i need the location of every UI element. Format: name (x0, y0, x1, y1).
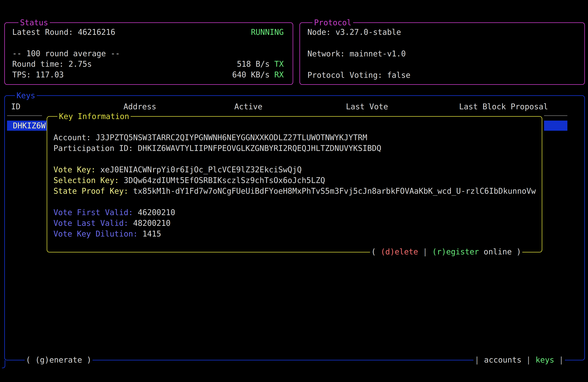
header-separator-left (7, 115, 42, 116)
column-header-active: Active (234, 101, 262, 112)
column-header-address: Address (124, 101, 156, 112)
tab-keys[interactable]: keys (536, 355, 554, 364)
vote-key-line: Vote Key: xeJ0ENIACWNrpYi0r6IjOc_PlcVCE9… (53, 164, 302, 175)
round-time-text: Round time: 2.75s (12, 59, 92, 69)
keys-panel-title: Keys (15, 90, 37, 101)
selection-key-label: Selection Key: (53, 176, 124, 185)
register-online-button[interactable]: (r)egister (432, 247, 479, 256)
actions-online-text: online ) (479, 247, 521, 256)
tps-text: TPS: 117.03 (12, 69, 64, 80)
tx-label: TX (274, 60, 284, 68)
account-line: Account: J3JPZTQ5NSW3TARRC2QIYPGNWNH6NEY… (53, 132, 367, 143)
vote-key-value: xeJ0ENIACWNrpYi0r6IjOc_PlcVCE9lZ32EkciSw… (100, 165, 302, 174)
status-panel-title: Status (19, 17, 50, 28)
view-tabs: | accounts | keys | (473, 355, 565, 365)
participation-id-value: DHKIZ6WAVTYLIIPNFPEOVGLKZGNBYRI2RQEQJHLT… (138, 144, 381, 153)
column-header-id: ID (11, 101, 21, 112)
tab-accounts[interactable]: accounts (479, 355, 526, 364)
column-header-last-vote: Last Vote (346, 101, 388, 112)
key-information-panel: Key Information Account: J3JPZTQ5NSW3TAR… (47, 116, 542, 253)
vote-last-valid-line: Vote Last Valid: 48200210 (53, 218, 170, 229)
generate-button[interactable]: ( (g)enerate ) (25, 355, 93, 365)
tab-space (531, 355, 536, 364)
vote-first-valid-line: Vote First Valid: 46200210 (53, 207, 175, 218)
state-proof-key-label: State Proof Key: (53, 187, 133, 195)
border-corner-artifact (2, 360, 5, 368)
vote-first-valid-label: Vote First Valid: (53, 208, 138, 217)
rx-rate-text: 640 KB/s RX (232, 69, 284, 80)
state-proof-key-line: State Proof Key: tx85kM1h-dY1Fd7w7oNCgFU… (53, 186, 536, 196)
state-proof-key-value: tx85kM1h-dY1Fd7w7oNCgFUeUiBdFYoeH8MxPhTv… (133, 187, 536, 195)
node-version-text: Node: v3.27.0-stable (307, 27, 401, 38)
node-state-badge: RUNNING (251, 27, 284, 38)
key-actions: ( (d)elete | (r)egister online ) (370, 246, 522, 257)
vote-last-valid-value: 48200210 (133, 219, 170, 228)
table-row-selected-right-segment[interactable] (544, 121, 567, 131)
network-text: Network: mainnet-v1.0 (307, 48, 406, 59)
tab-pipe-left: | (475, 355, 479, 364)
actions-open-paren: ( (371, 247, 380, 256)
round-average-header: -- 100 round average -- (12, 48, 120, 59)
participation-id-label: Participation ID: (53, 144, 138, 153)
selection-key-value: 3DQw64zdIUMt5EfOSRBIKsczlSz9chTsOx6oJch5… (124, 176, 325, 185)
status-panel: Status Latest Round: 46216216 RUNNING --… (4, 22, 293, 85)
tab-space2 (554, 355, 559, 364)
protocol-voting-text: Protocol Voting: false (307, 70, 410, 81)
terminal-screen: { "status_panel": { "title": "Status", "… (0, 0, 588, 382)
rx-rate-value: 640 KB/s (232, 70, 274, 79)
rx-label: RX (274, 70, 284, 79)
vote-key-dilution-label: Vote Key Dilution: (53, 229, 143, 238)
header-separator-right (544, 115, 567, 116)
key-information-title: Key Information (57, 111, 131, 122)
vote-key-dilution-line: Vote Key Dilution: 1415 (53, 229, 161, 239)
account-value: J3JPZTQ5NSW3TARRC2QIYPGNWNH6NEYGGNXXKODL… (96, 133, 367, 142)
protocol-panel: Protocol Node: v3.27.0-stable Network: m… (299, 22, 585, 85)
tab-pipe-right: | (559, 355, 564, 364)
participation-id-line: Participation ID: DHKIZ6WAVTYLIIPNFPEOVG… (53, 143, 381, 154)
tx-rate-text: 518 B/s TX (237, 59, 284, 69)
vote-key-label: Vote Key: (53, 165, 100, 174)
tx-rate-value: 518 B/s (237, 60, 274, 68)
column-header-last-block-proposal: Last Block Proposal (459, 101, 548, 112)
vote-first-valid-value: 46200210 (138, 208, 175, 217)
protocol-panel-title: Protocol (313, 17, 353, 28)
selection-key-line: Selection Key: 3DQw64zdIUMt5EfOSRBIKsczl… (53, 175, 325, 186)
tab-pipe-mid: | (526, 355, 531, 364)
delete-button[interactable]: (d)elete (381, 247, 418, 256)
latest-round-text: Latest Round: 46216216 (12, 27, 115, 38)
actions-separator: | (418, 247, 432, 256)
vote-last-valid-label: Vote Last Valid: (53, 219, 133, 228)
account-label: Account: (53, 133, 96, 142)
vote-key-dilution-value: 1415 (143, 229, 161, 238)
table-row-selected[interactable]: DHKIZ6W (7, 121, 51, 131)
